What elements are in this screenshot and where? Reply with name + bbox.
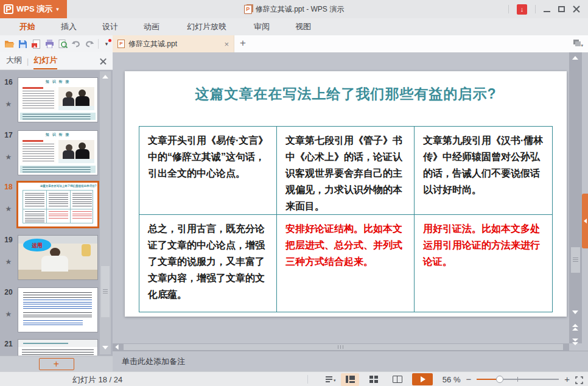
side-panel-expand-handle[interactable]	[582, 194, 588, 248]
slideshow-play-button[interactable]	[412, 373, 433, 385]
slide-number: 16	[0, 78, 17, 86]
document-tab-label: 修辞立其诚.ppt	[128, 39, 220, 49]
fit-to-window-icon[interactable]	[575, 376, 583, 384]
new-tab-button[interactable]: +	[234, 35, 251, 52]
window-title-text: 修辞立其诚.ppt - WPS 演示	[256, 4, 344, 15]
thumb-footer-strip	[20, 113, 96, 120]
slide-number: 18	[0, 183, 17, 191]
slide-sorter-button[interactable]	[365, 373, 383, 386]
previous-slide-button[interactable]	[572, 324, 578, 331]
tab-close-icon[interactable]: ×	[224, 40, 229, 48]
reading-view-icon	[393, 376, 402, 383]
slide-number: 17	[0, 131, 17, 139]
tab-outline[interactable]: 大纲	[6, 55, 22, 69]
slide-thumbnail[interactable]	[18, 288, 97, 332]
tab-view[interactable]: 视图	[282, 18, 324, 35]
statusbar-controls: ▾ 56 % − +	[326, 372, 583, 386]
slide-sorter-icon	[369, 376, 378, 383]
print-preview-icon[interactable]	[56, 37, 69, 51]
scroll-up-icon[interactable]	[102, 75, 108, 79]
sidebar-header: 大纲 | 幻灯片	[0, 52, 113, 70]
scroll-down-icon[interactable]	[572, 311, 578, 314]
print-icon[interactable]	[43, 37, 56, 51]
slide-18-canvas[interactable]: 这篇文章在在写法上给了我们那些有益的启示? 文章开头引用《易传·文言》中的“修辞…	[125, 71, 567, 317]
quick-access-toolbar: ▾	[2, 35, 113, 52]
tab-slides[interactable]: 幻灯片	[33, 55, 57, 69]
table-cell-r1c3[interactable]: 文章第九段引用《汉书·儒林传》中经师辕固曾对公孙弘的话，告诫人们不要说假话以讨好…	[415, 127, 552, 215]
editing-canvas[interactable]: 这篇文章在在写法上给了我们那些有益的启示? 文章开头引用《易传·文言》中的“修辞…	[113, 52, 569, 343]
zoom-slider[interactable]	[477, 375, 559, 384]
table-cell-r1c2[interactable]: 文章第七段引用《管子》书中《心术上》的话，论证认识客观世界要舍弃自己的主观偏见，…	[277, 127, 415, 215]
slide-thumbnail[interactable]: 知 识 衔 接	[18, 131, 97, 175]
scroll-up-icon[interactable]	[572, 56, 578, 60]
scroll-left-icon[interactable]	[115, 345, 118, 350]
table-cell-r2c2[interactable]: 安排好论证结构。比如本文把层进式、总分式、并列式三种方式结合起来。	[277, 215, 415, 312]
zoom-slider-knob[interactable]	[496, 376, 503, 383]
slide-thumbnail[interactable]	[18, 340, 97, 356]
divider	[535, 5, 536, 13]
zoom-in-button[interactable]: +	[564, 375, 570, 384]
toolbar-row: ▾ P 修辞立其诚.ppt × + ▾	[0, 35, 588, 52]
slide-thumbnail[interactable]: 运用	[18, 236, 97, 279]
tab-review[interactable]: 审阅	[241, 18, 282, 35]
vertical-scrollbar-thumb[interactable]	[571, 247, 580, 273]
slide-title[interactable]: 这篇文章在在写法上给了我们那些有益的启示?	[125, 85, 567, 104]
tab-insert[interactable]: 插入	[48, 18, 89, 35]
add-slide-button[interactable]: +	[39, 358, 74, 370]
tab-animation[interactable]: 动画	[131, 18, 172, 35]
vertical-scrollbar[interactable]	[569, 52, 582, 343]
table-cell-r2c3[interactable]: 用好引证法。比如本文多处运用引用论证的方法来进行论证。	[415, 215, 552, 312]
notes-placeholder[interactable]: 单击此处添加备注	[122, 357, 185, 366]
next-slide-button[interactable]	[572, 339, 578, 345]
horizontal-scrollbar[interactable]	[113, 343, 569, 351]
slide-table[interactable]: 文章开头引用《易传·文言》中的“修辞立其诚”这句话，引出全文的中心论点。 文章第…	[139, 126, 553, 312]
maximize-button[interactable]	[558, 6, 565, 12]
export-pdf-icon[interactable]	[29, 37, 43, 51]
sidebar-close-icon[interactable]	[100, 58, 107, 65]
sidebar-scrollbar-thumb[interactable]	[101, 266, 110, 317]
tab-list-icon[interactable]: ▾	[573, 40, 583, 48]
wps-app-menu-button[interactable]: P WPS 演示 ▾	[0, 0, 67, 18]
table-cell-r1c1[interactable]: 文章开头引用《易传·文言》中的“修辞立其诚”这句话，引出全文的中心论点。	[139, 127, 277, 215]
transition-star-icon: ★	[0, 153, 17, 161]
normal-view-button[interactable]	[341, 373, 359, 386]
tab-home[interactable]: 开始	[7, 18, 48, 35]
tab-design[interactable]: 设计	[89, 18, 131, 35]
close-button[interactable]	[573, 5, 580, 13]
transition-star-icon: ★	[0, 258, 17, 266]
sidebar-footer: +	[0, 356, 113, 371]
titlebar: P 修辞立其诚.ppt - WPS 演示 P WPS 演示 ▾ ↓	[0, 0, 588, 18]
document-tab[interactable]: P 修辞立其诚.ppt ×	[113, 35, 234, 52]
notes-pane[interactable]: 单击此处添加备注	[113, 351, 588, 371]
redo-icon[interactable]	[83, 37, 96, 51]
slide-thumbnail-panel: 16 ★ 知 识 衔 接 17 ★ 知 识 衔 接 18 ★ 这篇文章在在写法上…	[0, 70, 113, 356]
tab-slideshow[interactable]: 幻灯片放映	[172, 18, 241, 35]
minimize-button[interactable]	[544, 11, 550, 12]
reading-view-button[interactable]	[388, 373, 407, 386]
transition-star-icon: ★	[0, 205, 17, 213]
chevron-left-icon	[584, 219, 587, 223]
thumbnail-meta: 16 ★	[0, 78, 17, 108]
horizontal-scrollbar-thumb[interactable]	[124, 344, 563, 350]
notes-toggle-icon[interactable]: ▾	[326, 376, 335, 383]
zoom-out-button[interactable]: −	[466, 375, 471, 384]
undo-icon[interactable]	[69, 37, 83, 51]
slide-number: 21	[0, 340, 17, 348]
thumb-text-block	[21, 87, 56, 110]
slide-thumbnail[interactable]: 知 识 衔 接	[18, 78, 97, 122]
customize-toolbar-dropdown[interactable]: ▾	[100, 37, 113, 51]
divider	[98, 39, 99, 49]
save-icon[interactable]	[16, 37, 29, 51]
slide-thumbnail-selected[interactable]: 这篇文章在在写法上给了我们那些有益的启示?	[18, 183, 97, 226]
thumb-footer-strip	[20, 166, 96, 173]
table-cell-r2c1[interactable]: 总之，引用古言，既充分论证了文章的中心论点，增强了文章的说服力，又丰富了文章内容…	[139, 215, 277, 312]
ppt-file-icon: P	[117, 40, 125, 48]
scroll-down-icon[interactable]	[102, 346, 108, 349]
sidebar-scrollbar[interactable]	[100, 71, 111, 354]
download-update-button[interactable]: ↓	[517, 4, 527, 15]
window-controls: ↓	[508, 0, 588, 18]
open-file-icon[interactable]	[2, 37, 16, 51]
thumb-text-block	[21, 140, 56, 163]
transition-star-icon: ★	[0, 100, 17, 108]
thumb-photo	[58, 140, 94, 163]
